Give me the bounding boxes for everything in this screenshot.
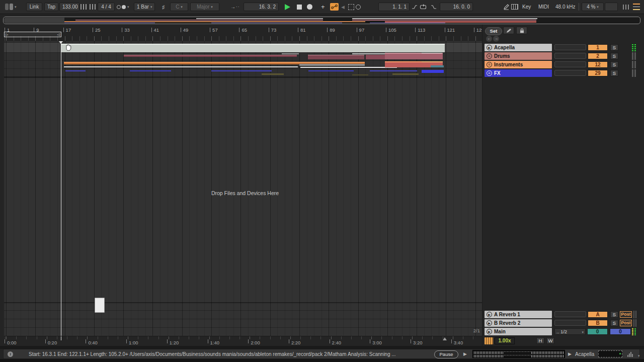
clip-segment[interactable] <box>352 74 368 75</box>
punch-in-icon[interactable] <box>412 3 418 11</box>
return-header[interactable]: ▶B Reverb 2 <box>485 319 552 327</box>
track-header[interactable]: ≡Instruments <box>485 61 552 68</box>
beat-time-ruler[interactable]: 191725334149576573818997105113121129 <box>4 25 482 41</box>
clip-segment[interactable] <box>75 20 323 21</box>
track-header[interactable]: ≡FX <box>485 69 552 77</box>
control-surface-icon[interactable]: ▾ <box>5 3 17 11</box>
preview-waveform[interactable] <box>472 350 565 358</box>
scale-icon[interactable]: ♯ <box>162 3 165 11</box>
track-io-box[interactable] <box>554 61 586 67</box>
link-button[interactable]: Link <box>26 3 42 11</box>
track-header[interactable]: ≡Drums <box>485 52 552 60</box>
prev-marker-button[interactable]: ← <box>486 36 492 42</box>
add-tracks-button[interactable]: + <box>321 3 325 11</box>
clip-segment[interactable] <box>422 53 442 53</box>
arrangement-position-field[interactable]: 16. 3. 2 <box>244 3 279 11</box>
time-signature-field[interactable]: 4 / 4 <box>98 3 115 11</box>
cue-volume[interactable]: 0 <box>587 328 608 335</box>
loop-start-field[interactable]: 1. 1. 1 <box>378 3 410 11</box>
solo-button[interactable]: S <box>610 44 618 51</box>
solo-button[interactable]: S <box>610 53 618 59</box>
unfold-icon[interactable]: ▶ <box>487 320 492 326</box>
draw-mode-icon[interactable] <box>503 3 510 11</box>
group-track-icon[interactable]: ≡ <box>487 53 492 59</box>
group-track-icon[interactable]: ≡ <box>487 62 492 67</box>
track-header[interactable]: ▶Acapella <box>485 44 552 51</box>
return-io-box[interactable] <box>554 311 586 317</box>
next-marker-button[interactable]: → <box>493 36 499 42</box>
clip-segment[interactable] <box>61 44 445 45</box>
loop-end-handle[interactable]: ◁ <box>57 32 60 37</box>
midi-keyboard-icon[interactable] <box>485 337 493 344</box>
loop-brace[interactable]: ▷ ◁ <box>4 32 61 37</box>
preview-play-icon-2[interactable]: ▶ <box>568 351 572 356</box>
automation-mode-button[interactable] <box>330 3 339 11</box>
follow-button[interactable]: →·· <box>230 3 239 11</box>
track-io-box[interactable] <box>554 44 586 50</box>
key-map-button[interactable]: Key <box>519 3 533 11</box>
clip-segment[interactable] <box>61 44 445 52</box>
solo-button[interactable]: S <box>610 61 618 68</box>
clip-segment[interactable] <box>308 70 354 71</box>
metronome-icon[interactable] <box>80 3 88 11</box>
clip-segment[interactable] <box>130 70 171 71</box>
key-scale-menu[interactable]: Major▾ <box>190 3 219 11</box>
clip-segment[interactable] <box>352 18 537 19</box>
height-button[interactable]: H <box>536 337 544 344</box>
track-io-box[interactable] <box>554 53 586 59</box>
loop-length-field[interactable]: 16. 0. 0 <box>440 3 473 11</box>
insert-marker[interactable] <box>61 42 61 337</box>
tempo-field[interactable]: 133.00 <box>59 3 79 11</box>
group-track-icon[interactable]: ≡ <box>487 70 492 76</box>
preview-play-icon[interactable]: ▶ <box>463 351 467 356</box>
capture-midi-icon[interactable] <box>356 3 361 11</box>
stop-button[interactable] <box>297 3 302 11</box>
clip-segment[interactable] <box>352 20 536 21</box>
return-header[interactable]: ▶A Reverb 1 <box>485 311 552 318</box>
zoom-level[interactable]: 1.00x <box>495 337 515 344</box>
track-activator[interactable]: 12 <box>588 61 608 68</box>
clip-segment[interactable] <box>64 21 365 22</box>
return-activator[interactable]: A <box>588 311 608 318</box>
re-enable-automation-button[interactable]: ◀ <box>341 3 345 11</box>
clip-segment[interactable] <box>422 61 443 62</box>
tap-tempo-button[interactable]: Tap <box>44 3 58 11</box>
clip-segment[interactable] <box>300 67 397 68</box>
track-activator[interactable]: 1 <box>588 44 608 51</box>
track-activator[interactable]: 2 <box>588 53 608 59</box>
loop-start-handle[interactable]: ▷ <box>6 32 8 37</box>
clip-segment[interactable] <box>392 73 419 75</box>
computer-midi-keyboard-icon[interactable] <box>511 3 518 11</box>
post-toggle[interactable]: Post <box>620 320 632 326</box>
unfold-icon[interactable]: ▶ <box>487 312 492 317</box>
loop-icon[interactable] <box>420 3 427 11</box>
rename-field[interactable] <box>598 350 622 357</box>
return-activator[interactable]: B <box>588 320 608 326</box>
track-activator[interactable]: 29 <box>588 70 608 76</box>
post-toggle[interactable]: Post <box>620 311 632 318</box>
overview-viewport[interactable] <box>4 18 64 23</box>
clip-segment[interactable] <box>262 73 284 75</box>
arrangement-grid[interactable] <box>4 41 482 336</box>
output-meter-icon[interactable] <box>627 351 634 357</box>
midi-map-button[interactable]: MIDI <box>535 3 551 11</box>
chevron-down-icon[interactable]: ▾ <box>636 353 640 358</box>
marker-pencil-button[interactable] <box>503 27 514 34</box>
clip-segment[interactable] <box>308 55 364 59</box>
lock-envelopes-button[interactable] <box>516 27 527 34</box>
clip-segment[interactable] <box>282 53 299 54</box>
solo-button[interactable]: S <box>610 311 618 318</box>
dragged-clip-ghost[interactable] <box>95 298 105 313</box>
return-io-box[interactable] <box>554 320 586 326</box>
clip-segment[interactable] <box>64 66 298 67</box>
record-button[interactable] <box>307 3 312 11</box>
clip-segment[interactable] <box>64 23 155 23</box>
count-in-icon[interactable] <box>90 3 96 11</box>
clip-segment[interactable] <box>299 64 365 66</box>
clip-segment[interactable] <box>196 18 323 19</box>
clip-segment[interactable] <box>211 23 342 23</box>
clip-segment[interactable] <box>370 23 445 23</box>
clip-segment[interactable] <box>422 70 444 73</box>
session-record-selection-icon[interactable] <box>348 3 354 11</box>
main-volume[interactable]: 0 <box>610 328 631 335</box>
